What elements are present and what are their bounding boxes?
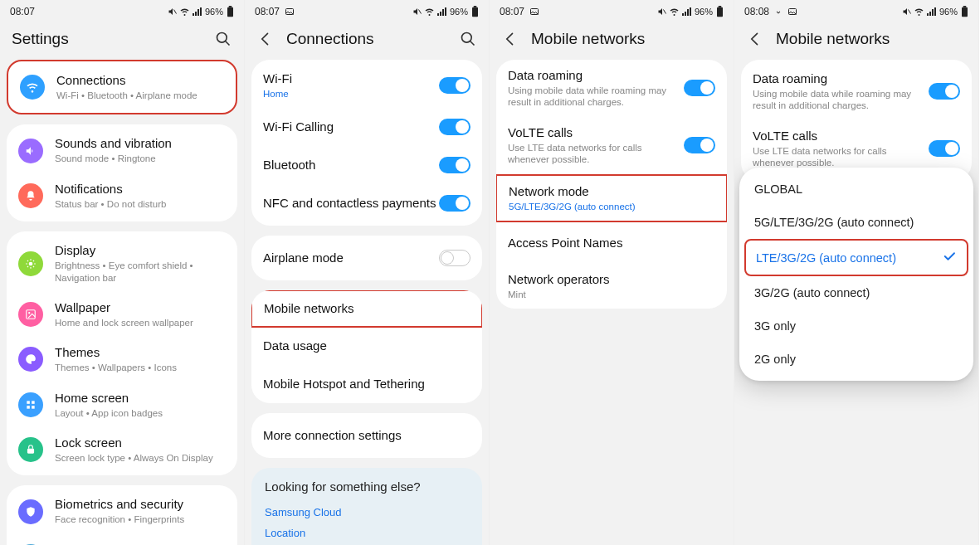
search-button[interactable] (214, 30, 232, 48)
settings-item-sounds[interactable]: Sounds and vibration Sound mode • Ringto… (7, 128, 237, 173)
nfc-toggle[interactable] (439, 195, 470, 212)
connections-item-wifi-calling[interactable]: Wi-Fi Calling (251, 108, 482, 146)
mn-item-network-mode[interactable]: Network mode 5G/LTE/3G/2G (auto connect) (496, 174, 727, 222)
svg-rect-17 (32, 401, 35, 404)
battery-text: 96% (450, 7, 468, 17)
phone-screen-network-mode-popup: 08:08 96% Mobile networks Data roaming U… (734, 0, 979, 545)
settings-item-wallpaper[interactable]: Wallpaper Home and lock screen wallpaper (7, 292, 237, 337)
item-sub: Face recognition • Fingerprints (55, 513, 226, 525)
svg-rect-23 (472, 7, 478, 17)
settings-group-2: Sounds and vibration Sound mode • Ringto… (7, 124, 237, 221)
mn-item-apn[interactable]: Access Point Names (496, 222, 727, 264)
data-roaming-toggle[interactable] (684, 80, 715, 96)
svg-line-32 (908, 10, 910, 14)
item-sub: Layout • App icon badges (55, 407, 226, 419)
item-title: Data roaming (508, 68, 684, 83)
item-title: More connection settings (263, 428, 470, 443)
item-title: Wallpaper (55, 300, 226, 315)
mute-icon (168, 7, 178, 17)
battery-icon (227, 6, 234, 17)
chevron-left-icon (257, 31, 274, 47)
item-title: Mobile Hotspot and Tethering (263, 377, 470, 392)
back-button[interactable] (746, 30, 764, 48)
mn-item-data-roaming[interactable]: Data roaming Using mobile data while roa… (496, 60, 727, 117)
wifi-toggle[interactable] (439, 77, 470, 94)
network-mode-option-3g2g[interactable]: 3G/2G (auto connect) (739, 276, 973, 309)
option-label: 3G only (754, 319, 958, 333)
settings-item-lock-screen[interactable]: Lock screen Screen lock type • Always On… (7, 427, 237, 472)
back-button[interactable] (501, 30, 519, 48)
back-button[interactable] (256, 30, 275, 48)
item-sub: Use LTE data networks for calls whenever… (753, 145, 929, 169)
connections-item-airplane[interactable]: Airplane mode (251, 239, 482, 277)
volte-toggle[interactable] (929, 140, 960, 157)
network-mode-option-3g-only[interactable]: 3G only (739, 309, 973, 343)
settings-item-biometrics[interactable]: Biometrics and security Face recognition… (7, 489, 237, 533)
connections-item-more[interactable]: More connection settings (251, 416, 482, 455)
battery-text: 96% (205, 7, 223, 17)
highlighted-option: LTE/3G/2G (auto connect) (744, 239, 968, 276)
suggestions-panel: Looking for something else? Samsung Clou… (251, 468, 482, 545)
signal-icon (681, 7, 691, 17)
page-title: Settings (12, 30, 206, 48)
search-icon (460, 31, 476, 47)
network-mode-option-5g[interactable]: 5G/LTE/3G/2G (auto connect) (739, 206, 973, 239)
airplane-toggle[interactable] (439, 250, 470, 266)
signal-icon (192, 7, 202, 17)
item-sub: 5G/LTE/3G/2G (auto connect) (509, 201, 714, 212)
network-mode-option-lte[interactable]: LTE/3G/2G (auto connect) (746, 241, 967, 275)
settings-connections-card: Connections Wi-Fi • Bluetooth • Airplane… (7, 60, 237, 114)
sound-icon (25, 145, 37, 157)
suggest-link-location[interactable]: Location (265, 523, 469, 543)
connections-item-nfc[interactable]: NFC and contactless payments (251, 184, 482, 222)
item-title: Wi-Fi Calling (263, 119, 439, 134)
status-bar: 08:08 96% (734, 0, 978, 23)
svg-rect-14 (27, 310, 36, 319)
volte-toggle[interactable] (684, 137, 715, 153)
wifi-calling-toggle[interactable] (439, 119, 470, 135)
lock-icon (25, 444, 37, 455)
option-label: GLOBAL (754, 182, 958, 196)
network-mode-popup: GLOBAL 5G/LTE/3G/2G (auto connect) LTE/3… (739, 168, 973, 381)
page-header: Settings (0, 23, 244, 60)
suggest-link-samsung-cloud[interactable]: Samsung Cloud (265, 502, 469, 523)
mn-item-volte[interactable]: VoLTE calls Use LTE data networks for ca… (496, 117, 727, 174)
mute-icon (902, 7, 912, 17)
item-sub: Wi-Fi • Bluetooth • Airplane mode (56, 90, 224, 101)
palette-icon (25, 353, 37, 365)
connections-item-wifi[interactable]: Wi-Fi Home (251, 63, 482, 108)
svg-rect-19 (32, 406, 35, 409)
item-sub: Screen lock type • Always On Display (55, 452, 226, 464)
mn-item-data-roaming[interactable]: Data roaming Using mobile data while roa… (741, 63, 972, 120)
connections-item-data-usage[interactable]: Data usage (251, 327, 482, 365)
settings-item-connections[interactable]: Connections Wi-Fi • Bluetooth • Airplane… (8, 65, 236, 109)
settings-item-privacy[interactable]: Privacy Permission manager (7, 534, 237, 545)
battery-icon (471, 6, 479, 17)
search-button[interactable] (459, 30, 477, 48)
settings-item-notifications[interactable]: Notifications Status bar • Do not distur… (7, 173, 237, 218)
item-title: Lock screen (55, 436, 226, 450)
bluetooth-toggle[interactable] (439, 157, 470, 173)
sound-icon-circle (18, 139, 43, 163)
settings-group-4: Biometrics and security Face recognition… (7, 485, 237, 545)
screenshot-icon (787, 7, 797, 17)
phone-screen-settings: 08:07 96% Settings Connections Wi-Fi • B… (0, 0, 245, 545)
item-title: Wi-Fi (263, 71, 439, 86)
connections-item-mobile-networks[interactable]: Mobile networks (251, 290, 482, 328)
settings-item-display[interactable]: Display Brightness • Eye comfort shield … (7, 235, 237, 292)
connections-item-hotspot[interactable]: Mobile Hotspot and Tethering (251, 365, 482, 403)
mn-item-network-operators[interactable]: Network operators Mint (496, 264, 727, 309)
status-time: 08:07 (10, 6, 35, 17)
item-sub: Use LTE data networks for calls whenever… (508, 142, 684, 166)
svg-line-28 (663, 10, 666, 14)
battery-icon (961, 6, 968, 17)
item-title: NFC and contactless payments (263, 196, 439, 211)
network-mode-option-2g-only[interactable]: 2G only (739, 343, 973, 376)
mobile-networks-card: Data roaming Using mobile data while roa… (496, 60, 727, 309)
network-mode-option-global[interactable]: GLOBAL (739, 173, 973, 206)
settings-item-home-screen[interactable]: Home screen Layout • App icon badges (7, 382, 237, 427)
svg-rect-20 (27, 449, 34, 454)
connections-item-bluetooth[interactable]: Bluetooth (251, 146, 482, 184)
data-roaming-toggle[interactable] (929, 83, 960, 100)
settings-item-themes[interactable]: Themes Themes • Wallpapers • Icons (7, 337, 237, 382)
